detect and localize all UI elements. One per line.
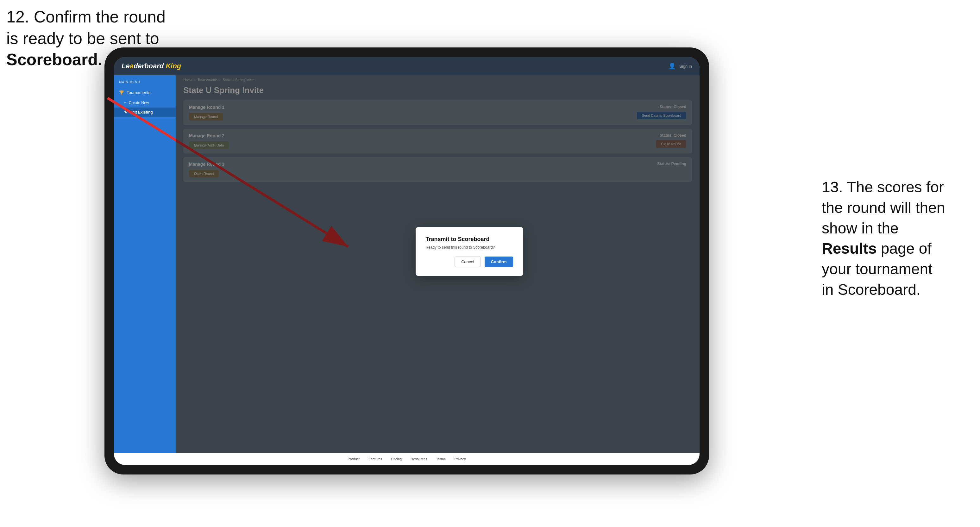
modal-overlay: Transmit to Scoreboard Ready to send thi… bbox=[176, 75, 700, 453]
nav-right: 👤 Sign in bbox=[668, 63, 692, 70]
trophy-icon: 🏆 bbox=[119, 90, 124, 95]
footer-resources[interactable]: Resources bbox=[410, 457, 427, 461]
modal-cancel-button[interactable]: Cancel bbox=[455, 257, 480, 267]
sidebar-item-edit-existing[interactable]: ✎ Edit Existing bbox=[114, 108, 176, 117]
footer-product[interactable]: Product bbox=[348, 457, 360, 461]
user-avatar-icon: 👤 bbox=[668, 63, 676, 70]
tablet-screen: Leaderboard King 👤 Sign in MAIN MENU 🏆 bbox=[114, 57, 700, 465]
sidebar-item-create-new[interactable]: + Create New bbox=[114, 98, 176, 108]
plus-icon: + bbox=[124, 101, 126, 105]
modal-subtitle: Ready to send this round to Scoreboard? bbox=[426, 245, 513, 249]
footer-pricing[interactable]: Pricing bbox=[391, 457, 402, 461]
modal-confirm-button[interactable]: Confirm bbox=[485, 257, 513, 267]
modal-title: Transmit to Scoreboard bbox=[426, 236, 513, 243]
top-nav: Leaderboard King 👤 Sign in bbox=[114, 57, 700, 75]
tablet-frame: Leaderboard King 👤 Sign in MAIN MENU 🏆 bbox=[105, 48, 709, 475]
modal-buttons: Cancel Confirm bbox=[426, 257, 513, 267]
footer-terms[interactable]: Terms bbox=[436, 457, 446, 461]
sidebar-item-tournaments[interactable]: 🏆 Tournaments bbox=[114, 87, 176, 98]
app-footer: Product Features Pricing Resources Terms… bbox=[114, 453, 700, 465]
footer-features[interactable]: Features bbox=[368, 457, 382, 461]
annotation-top: 12. Confirm the round is ready to be sen… bbox=[6, 6, 165, 71]
sidebar-tournaments-label: Tournaments bbox=[127, 90, 150, 95]
annotation-right: 13. The scores forthe round will thensho… bbox=[822, 177, 974, 300]
sidebar: MAIN MENU 🏆 Tournaments + Create New ✎ E… bbox=[114, 75, 176, 453]
transmit-modal: Transmit to Scoreboard Ready to send thi… bbox=[415, 227, 523, 276]
sign-in-button[interactable]: Sign in bbox=[679, 64, 692, 69]
edit-existing-label: Edit Existing bbox=[130, 110, 153, 114]
create-new-label: Create New bbox=[129, 101, 149, 105]
edit-icon: ✎ bbox=[124, 110, 127, 114]
footer-privacy[interactable]: Privacy bbox=[455, 457, 466, 461]
main-menu-label: MAIN MENU bbox=[114, 80, 176, 87]
page-content: Home › Tournaments › State U Spring Invi… bbox=[176, 75, 700, 453]
